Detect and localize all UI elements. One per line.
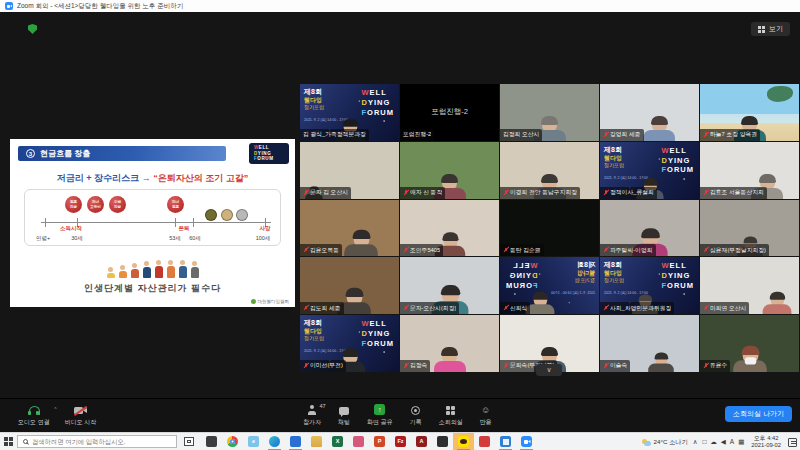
participant-name-tag: 유윤수 — [700, 360, 730, 372]
participant-tile[interactable]: 제8회웰다잉정기포럼2021. 9. 2 (목) 14:00 - 17:00WE… — [600, 257, 699, 314]
participant-tile[interactable]: 포럼진행-2포럼진행-2 — [400, 84, 499, 141]
weather-widget[interactable]: 24°C 소나기 — [642, 438, 688, 447]
participant-name: 파주탈씨-이영희 — [610, 246, 653, 255]
person-figure — [167, 260, 175, 278]
participant-name: 이경희 천안 동남구지회장 — [510, 188, 577, 197]
participant-name-tag: 강영희 세종 — [600, 129, 644, 141]
tray-icon-0[interactable]: □ — [702, 433, 706, 450]
muted-mic-icon — [403, 305, 408, 311]
participant-name: 정책이사_류설희 — [610, 188, 654, 197]
muted-mic-icon — [403, 247, 408, 253]
zoom-meeting-window: Zoom 회의 - <세션1>당당한 웰다잉을 위한 노후 준비하기 김 광식_… — [0, 0, 800, 450]
muted-mic-icon — [303, 305, 308, 311]
muted-mic-icon — [303, 363, 308, 369]
tray-icon-4[interactable]: ▦ — [738, 433, 744, 450]
muted-mic-icon — [503, 305, 508, 311]
taskbar-app-chrome[interactable] — [222, 433, 243, 450]
search-input[interactable] — [32, 438, 171, 445]
participant-name-tag: 조인주5405 — [400, 244, 443, 256]
taskbar-app-acrobat[interactable]: A — [411, 433, 432, 450]
title-bar: Zoom 회의 - <세션1>당당한 웰다잉을 위한 노후 준비하기 — [0, 0, 800, 12]
taskbar-app-powerpoint[interactable]: P — [369, 433, 390, 450]
participant-tile[interactable]: 강영희 세종 — [600, 84, 699, 141]
chrome-icon — [227, 436, 238, 447]
notification-center-button[interactable] — [788, 438, 797, 447]
participant-tile[interactable]: 제8회웰다잉정기포럼2021. 9. 2 (목) 14:00 - 17:00WE… — [600, 142, 699, 199]
taskbar-app-remote-support[interactable] — [348, 433, 369, 450]
participant-tile[interactable]: 동탄 김순글 — [500, 200, 599, 257]
participant-name: 문자-오산시(회장) — [410, 304, 456, 313]
view-mode-button[interactable]: 보기 — [751, 22, 790, 36]
leave-breakout-button[interactable]: 소회의실 나가기 — [725, 406, 792, 422]
participant-tile[interactable]: 하늘7 초장 양육권 — [700, 84, 799, 141]
participant-silhouette — [434, 349, 466, 372]
participant-tile[interactable]: 파주탈씨-이영희 — [600, 200, 699, 257]
taskbar-app-zoom[interactable] — [516, 433, 537, 450]
shared-screen-slide: 3 현금흐름 창출 WELL DYING FORUM 저금리 + 장수리스크 →… — [10, 139, 295, 307]
start-button[interactable] — [0, 437, 17, 446]
breakout-rooms-button[interactable]: 소회의실 — [439, 404, 463, 427]
taskbar-app-kakaotalk[interactable] — [453, 433, 474, 450]
participant-name: 마희연 오산시 — [710, 304, 746, 313]
chat-button[interactable]: 채팅 — [338, 404, 350, 427]
participant-name: 문자 김 오산시 — [310, 188, 348, 197]
participant-tile[interactable]: 유윤수 — [700, 315, 799, 372]
taskbar-app-gom-player[interactable] — [201, 433, 222, 450]
timeline-marker: 은퇴 — [179, 225, 190, 232]
participant-tile[interactable]: 김정숙 — [400, 315, 499, 372]
chevron-up-icon[interactable]: ^ — [54, 406, 56, 412]
participant-tile[interactable]: 마희연 오산시 — [700, 257, 799, 314]
collapse-gallery-button[interactable]: ∨ — [536, 364, 562, 376]
participant-tile[interactable]: 심윤재(부정날지회장) — [700, 200, 799, 257]
security-shield-icon[interactable] — [28, 24, 37, 34]
kakaotalk-icon — [458, 436, 469, 447]
timeline-event-bubble: 주택자금 — [109, 196, 126, 213]
taskbar-app-edge[interactable] — [264, 433, 285, 450]
reactions-button[interactable]: ☺반응 — [480, 404, 492, 427]
participant-name-tag: 하늘7 초장 양육권 — [700, 129, 760, 141]
participant-tile[interactable]: 김효조 서울동산지회 — [700, 142, 799, 199]
taskbar-app-hancom-docs[interactable] — [285, 433, 306, 450]
participant-name-tag: 김정희 오산시 — [500, 129, 542, 141]
participant-tile[interactable]: 조인주5405 — [400, 200, 499, 257]
record-button[interactable]: 기록 — [410, 404, 422, 427]
task-view-button[interactable] — [184, 437, 194, 446]
participant-silhouette — [649, 354, 675, 372]
taskbar-search[interactable] — [17, 435, 177, 448]
clock-widget[interactable]: 오후 4:42 2021-09-02 — [749, 435, 783, 449]
participant-tile[interactable]: 제8회웰다잉정기포럼2021. 9. 2 (목) 14:00 - 17:00WE… — [300, 84, 399, 141]
tray-icon-1[interactable]: ☁ — [710, 433, 717, 450]
participant-tile[interactable]: 김정희 오산시 — [500, 84, 599, 141]
participants-button[interactable]: 47참가자 — [303, 404, 321, 427]
taskbar-app-gom-audio[interactable] — [432, 433, 453, 450]
participant-tile[interactable]: 문자-오산시(회장) — [400, 257, 499, 314]
participant-name: 사회_차영민분과위원장 — [610, 304, 671, 313]
participant-tile[interactable]: 문자 김 오산시 — [300, 142, 399, 199]
timeline-tick — [193, 218, 194, 227]
taskbar-app-filezilla[interactable]: Fz — [390, 433, 411, 450]
tray-icon-2[interactable]: ◀ — [721, 433, 726, 450]
taskbar-app-band[interactable] — [474, 433, 495, 450]
participant-tile[interactable]: 김윤오목동 — [300, 200, 399, 257]
audio-join-button[interactable]: ^ 오디오 연결 — [18, 404, 50, 427]
tray-icon-3[interactable]: A — [730, 433, 734, 450]
participant-tile[interactable]: 애자 신 동작 — [400, 142, 499, 199]
participant-tile[interactable]: 제8회웰다잉정기포럼2021. 9. 2 (목) 14:00 - 17:00WE… — [300, 315, 399, 372]
remote-support-icon — [353, 436, 364, 447]
start-video-button[interactable]: 비디오 시작 — [65, 404, 97, 427]
taskbar-app-excel[interactable]: X — [327, 433, 348, 450]
zoom-app-icon — [5, 2, 13, 10]
taskbar-app-file-explorer[interactable] — [306, 433, 327, 450]
taskbar-app-internet-explorer[interactable]: e — [243, 433, 264, 450]
weather-icon — [642, 439, 651, 446]
share-screen-button[interactable]: ↑화면 공유 — [367, 404, 393, 427]
participant-tile[interactable]: 이경희 천안 동남구지회장 — [500, 142, 599, 199]
taskbar-app-photos[interactable] — [495, 433, 516, 450]
toolbar-center: 47참가자채팅↑화면 공유기록소회의실☺반응 — [303, 404, 492, 427]
muted-mic-icon — [603, 363, 608, 369]
tray-expand-chevron[interactable]: ∧ — [693, 433, 698, 450]
timeline-tick — [45, 218, 46, 227]
participant-tile[interactable]: 제8회웰다잉정기포럼2021. 9. 2 (목) 14:00 - 17:00WE… — [500, 257, 599, 314]
participant-tile[interactable]: 김도희 세종 — [300, 257, 399, 314]
participant-tile[interactable]: 이슬숙 — [600, 315, 699, 372]
